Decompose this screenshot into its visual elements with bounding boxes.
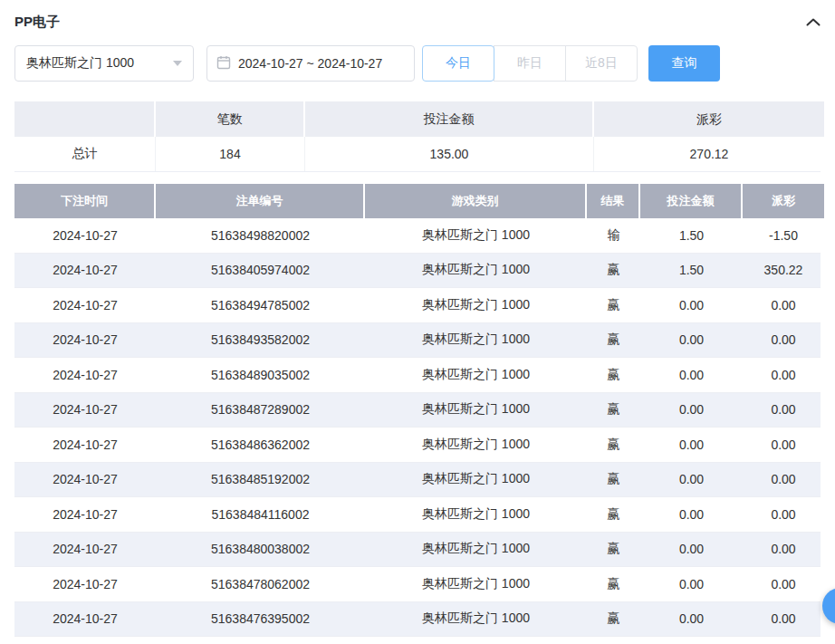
quick-range-button[interactable]: 昨日 xyxy=(494,45,566,82)
game-name: 奥林匹斯之门 1000 xyxy=(365,602,587,637)
payout: 0.00 xyxy=(743,567,824,601)
collapse-button[interactable] xyxy=(806,14,821,30)
quick-range-group: 今日昨日近8日 xyxy=(422,45,638,82)
bet-time: 2024-10-27 xyxy=(14,358,156,392)
payout: 0.00 xyxy=(743,428,824,462)
bet-amount: 0.00 xyxy=(640,393,743,428)
records-column-header: 游戏类别 xyxy=(365,184,587,218)
payout: 350.22 xyxy=(743,254,824,288)
result: 输 xyxy=(587,218,640,253)
bet-time: 2024-10-27 xyxy=(14,533,156,567)
bet-id: 51638405974002 xyxy=(156,254,365,288)
panel-header: PP电子 xyxy=(14,0,821,31)
bet-amount: 0.00 xyxy=(640,602,743,637)
bet-amount: 0.00 xyxy=(640,463,743,497)
bet-time: 2024-10-27 xyxy=(14,463,156,497)
game-select-value: 奥林匹斯之门 1000 xyxy=(26,55,134,72)
bet-id: 51638489035002 xyxy=(156,358,365,392)
table-row: 2024-10-2751638476395002奥林匹斯之门 1000赢0.00… xyxy=(14,602,821,638)
game-name: 奥林匹斯之门 1000 xyxy=(365,218,587,253)
bet-id: 51638485192002 xyxy=(156,463,365,497)
table-row: 2024-10-2751638480038002奥林匹斯之门 1000赢0.00… xyxy=(14,533,821,568)
result: 赢 xyxy=(587,533,640,567)
bet-time: 2024-10-27 xyxy=(14,497,156,532)
result: 赢 xyxy=(587,323,640,358)
payout: 0.00 xyxy=(743,323,824,358)
bet-time: 2024-10-27 xyxy=(14,602,156,637)
game-name: 奥林匹斯之门 1000 xyxy=(365,533,587,567)
payout: 0.00 xyxy=(743,463,824,497)
summary-header-payout: 派彩 xyxy=(594,101,824,137)
game-name: 奥林匹斯之门 1000 xyxy=(365,288,587,322)
bet-amount: 0.00 xyxy=(640,323,743,358)
table-row: 2024-10-2751638487289002奥林匹斯之门 1000赢0.00… xyxy=(14,393,821,428)
bet-time: 2024-10-27 xyxy=(14,254,156,288)
result: 赢 xyxy=(587,393,640,428)
game-name: 奥林匹斯之门 1000 xyxy=(365,463,587,497)
bet-id: 51638476395002 xyxy=(156,602,365,637)
game-name: 奥林匹斯之门 1000 xyxy=(365,254,587,288)
bet-amount: 0.00 xyxy=(640,428,743,462)
records-column-header: 结果 xyxy=(587,184,640,218)
result: 赢 xyxy=(587,602,640,637)
bet-id: 51638478062002 xyxy=(156,567,365,601)
bet-amount: 0.00 xyxy=(640,358,743,392)
result: 赢 xyxy=(587,358,640,392)
pp-electronic-panel: PP电子 奥林匹斯之门 1000 2024-10-27 ~ 2024-10-27… xyxy=(0,0,835,637)
payout: 0.00 xyxy=(743,602,824,637)
calendar-icon xyxy=(216,55,231,72)
summary-header-row: 笔数 投注金额 派彩 xyxy=(14,101,821,137)
result: 赢 xyxy=(587,428,640,462)
payout: 0.00 xyxy=(743,533,824,567)
table-row: 2024-10-2751638498820002奥林匹斯之门 1000输1.50… xyxy=(14,218,821,254)
bet-id: 51638480038002 xyxy=(156,533,365,567)
summary-bet-amount-value: 135.00 xyxy=(305,137,594,171)
chevron-down-icon xyxy=(173,61,182,66)
bet-amount: 0.00 xyxy=(640,533,743,567)
records-column-header: 派彩 xyxy=(743,184,824,218)
payout: 0.00 xyxy=(743,497,824,532)
game-name: 奥林匹斯之门 1000 xyxy=(365,567,587,601)
summary-count-value: 184 xyxy=(156,137,305,171)
bet-amount: 0.00 xyxy=(640,288,743,322)
search-button[interactable]: 查询 xyxy=(648,45,720,82)
bet-id: 51638498820002 xyxy=(156,218,365,253)
game-name: 奥林匹斯之门 1000 xyxy=(365,428,587,462)
result: 赢 xyxy=(587,497,640,532)
result: 赢 xyxy=(587,463,640,497)
result: 赢 xyxy=(587,567,640,601)
table-row: 2024-10-2751638484116002奥林匹斯之门 1000赢0.00… xyxy=(14,497,821,533)
summary-header-blank xyxy=(14,101,156,137)
game-name: 奥林匹斯之门 1000 xyxy=(365,323,587,358)
payout: 0.00 xyxy=(743,358,824,392)
table-row: 2024-10-2751638485192002奥林匹斯之门 1000赢0.00… xyxy=(14,463,821,498)
records-column-header: 下注时间 xyxy=(14,184,156,218)
chevron-up-icon xyxy=(806,14,821,30)
table-row: 2024-10-2751638405974002奥林匹斯之门 1000赢1.50… xyxy=(14,254,821,289)
records-column-header: 注单编号 xyxy=(156,184,365,218)
payout: 0.00 xyxy=(743,393,824,428)
quick-range-button[interactable]: 今日 xyxy=(422,45,494,82)
bet-amount: 1.50 xyxy=(640,218,743,253)
bet-records-table: 下注时间注单编号游戏类别结果投注金额派彩 2024-10-27516384988… xyxy=(14,184,821,637)
summary-total-label: 总计 xyxy=(14,137,156,171)
bet-time: 2024-10-27 xyxy=(14,393,156,428)
payout: 0.00 xyxy=(743,288,824,322)
bet-amount: 0.00 xyxy=(640,567,743,601)
table-row: 2024-10-2751638493582002奥林匹斯之门 1000赢0.00… xyxy=(14,323,821,359)
bet-time: 2024-10-27 xyxy=(14,323,156,358)
bet-id: 51638493582002 xyxy=(156,323,365,358)
game-name: 奥林匹斯之门 1000 xyxy=(365,393,587,428)
game-name: 奥林匹斯之门 1000 xyxy=(365,358,587,392)
filter-bar: 奥林匹斯之门 1000 2024-10-27 ~ 2024-10-27 今日昨日… xyxy=(14,45,821,82)
quick-range-button[interactable]: 近8日 xyxy=(565,45,638,82)
date-range-picker[interactable]: 2024-10-27 ~ 2024-10-27 xyxy=(206,45,415,82)
bet-amount: 1.50 xyxy=(640,254,743,288)
bet-time: 2024-10-27 xyxy=(14,567,156,601)
records-header-row: 下注时间注单编号游戏类别结果投注金额派彩 xyxy=(14,184,821,218)
table-row: 2024-10-2751638489035002奥林匹斯之门 1000赢0.00… xyxy=(14,358,821,393)
bet-time: 2024-10-27 xyxy=(14,288,156,322)
bet-id: 51638484116002 xyxy=(156,497,365,532)
panel-title: PP电子 xyxy=(14,14,60,31)
game-select[interactable]: 奥林匹斯之门 1000 xyxy=(14,45,194,82)
